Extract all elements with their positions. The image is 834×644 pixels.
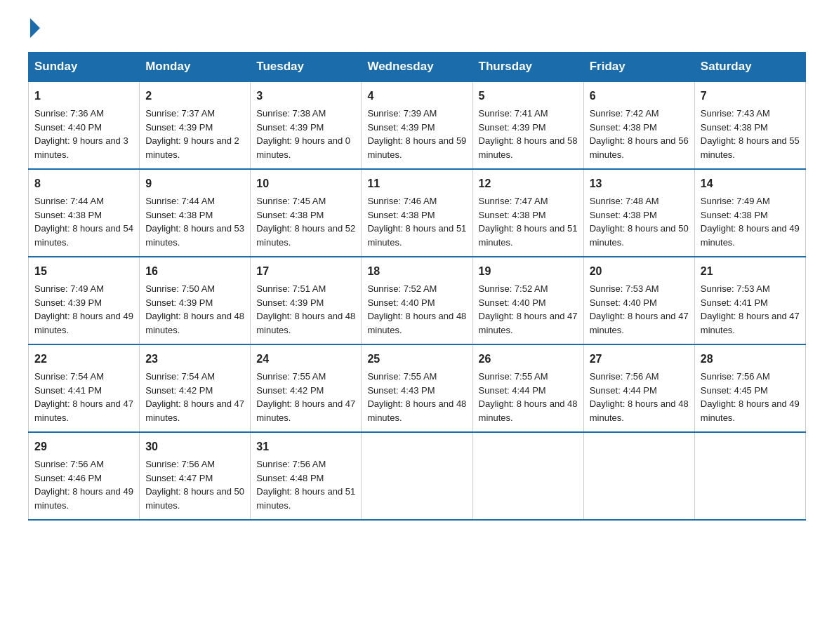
sunset-text: Sunset: 4:39 PM <box>145 297 213 308</box>
sunrise-text: Sunrise: 7:52 AM <box>479 283 548 294</box>
sunset-text: Sunset: 4:38 PM <box>367 210 435 220</box>
day-number: 19 <box>479 263 578 280</box>
daylight-text: Daylight: 8 hours and 48 minutes. <box>367 398 466 423</box>
day-cell: 18Sunrise: 7:52 AMSunset: 4:40 PMDayligh… <box>362 257 472 344</box>
day-cell: 29Sunrise: 7:56 AMSunset: 4:46 PMDayligh… <box>29 432 140 520</box>
week-row-1: 1Sunrise: 7:36 AMSunset: 4:40 PMDaylight… <box>29 81 806 169</box>
sunset-text: Sunset: 4:48 PM <box>256 473 324 483</box>
day-cell: 5Sunrise: 7:41 AMSunset: 4:39 PMDaylight… <box>472 81 583 169</box>
day-number: 9 <box>145 175 244 192</box>
sunset-text: Sunset: 4:39 PM <box>256 122 324 133</box>
daylight-text: Daylight: 8 hours and 56 minutes. <box>590 135 689 160</box>
day-number: 6 <box>590 88 689 105</box>
daylight-text: Daylight: 8 hours and 51 minutes. <box>479 223 578 248</box>
sunrise-text: Sunrise: 7:38 AM <box>256 108 326 119</box>
daylight-text: Daylight: 9 hours and 2 minutes. <box>145 135 239 160</box>
sunrise-text: Sunrise: 7:51 AM <box>256 283 326 294</box>
sunrise-text: Sunrise: 7:37 AM <box>145 108 215 119</box>
day-number: 4 <box>367 88 466 105</box>
day-cell: 2Sunrise: 7:37 AMSunset: 4:39 PMDaylight… <box>140 81 251 169</box>
sunrise-text: Sunrise: 7:47 AM <box>479 196 548 206</box>
day-number: 1 <box>34 88 133 105</box>
day-cell: 3Sunrise: 7:38 AMSunset: 4:39 PMDaylight… <box>251 81 362 169</box>
daylight-text: Daylight: 8 hours and 58 minutes. <box>479 135 578 160</box>
calendar-header: SundayMondayTuesdayWednesdayThursdayFrid… <box>29 53 806 82</box>
daylight-text: Daylight: 8 hours and 49 minutes. <box>701 223 800 248</box>
calendar-table: SundayMondayTuesdayWednesdayThursdayFrid… <box>28 52 806 521</box>
day-number: 8 <box>34 175 133 192</box>
day-cell: 26Sunrise: 7:55 AMSunset: 4:44 PMDayligh… <box>472 344 583 432</box>
day-cell: 20Sunrise: 7:53 AMSunset: 4:40 PMDayligh… <box>583 257 694 344</box>
daylight-text: Daylight: 8 hours and 47 minutes. <box>590 311 689 335</box>
sunset-text: Sunset: 4:41 PM <box>701 297 768 308</box>
logo <box>28 21 40 38</box>
sunset-text: Sunset: 4:47 PM <box>145 473 213 483</box>
day-cell: 19Sunrise: 7:52 AMSunset: 4:40 PMDayligh… <box>472 257 583 344</box>
header-row: SundayMondayTuesdayWednesdayThursdayFrid… <box>29 53 806 82</box>
day-cell: 12Sunrise: 7:47 AMSunset: 4:38 PMDayligh… <box>472 169 583 257</box>
day-number: 15 <box>34 263 133 280</box>
daylight-text: Daylight: 9 hours and 0 minutes. <box>256 135 350 160</box>
week-row-5: 29Sunrise: 7:56 AMSunset: 4:46 PMDayligh… <box>29 432 806 520</box>
sunrise-text: Sunrise: 7:54 AM <box>34 371 104 382</box>
day-cell: 24Sunrise: 7:55 AMSunset: 4:42 PMDayligh… <box>251 344 362 432</box>
day-cell: 16Sunrise: 7:50 AMSunset: 4:39 PMDayligh… <box>140 257 251 344</box>
day-cell: 4Sunrise: 7:39 AMSunset: 4:39 PMDaylight… <box>362 81 472 169</box>
header-cell-friday: Friday <box>583 53 694 82</box>
day-cell: 31Sunrise: 7:56 AMSunset: 4:48 PMDayligh… <box>251 432 362 520</box>
day-number: 11 <box>367 175 466 192</box>
day-cell: 10Sunrise: 7:45 AMSunset: 4:38 PMDayligh… <box>251 169 362 257</box>
day-cell: 17Sunrise: 7:51 AMSunset: 4:39 PMDayligh… <box>251 257 362 344</box>
sunrise-text: Sunrise: 7:53 AM <box>701 283 770 294</box>
sunset-text: Sunset: 4:38 PM <box>590 122 657 133</box>
day-cell: 6Sunrise: 7:42 AMSunset: 4:38 PMDaylight… <box>583 81 694 169</box>
day-number: 26 <box>479 351 578 368</box>
sunset-text: Sunset: 4:39 PM <box>145 122 213 133</box>
daylight-text: Daylight: 8 hours and 51 minutes. <box>367 223 466 248</box>
day-number: 29 <box>34 438 133 455</box>
calendar-body: 1Sunrise: 7:36 AMSunset: 4:40 PMDaylight… <box>29 81 806 520</box>
sunset-text: Sunset: 4:39 PM <box>367 122 435 133</box>
sunset-text: Sunset: 4:38 PM <box>479 210 546 220</box>
sunrise-text: Sunrise: 7:45 AM <box>256 196 326 206</box>
page-header <box>28 21 806 38</box>
header-cell-monday: Monday <box>140 53 251 82</box>
sunset-text: Sunset: 4:38 PM <box>34 210 102 220</box>
daylight-text: Daylight: 8 hours and 59 minutes. <box>367 135 466 160</box>
sunrise-text: Sunrise: 7:56 AM <box>701 371 770 382</box>
sunset-text: Sunset: 4:38 PM <box>701 122 768 133</box>
day-cell: 13Sunrise: 7:48 AMSunset: 4:38 PMDayligh… <box>583 169 694 257</box>
day-cell: 25Sunrise: 7:55 AMSunset: 4:43 PMDayligh… <box>362 344 472 432</box>
day-number: 5 <box>479 88 578 105</box>
header-cell-thursday: Thursday <box>472 53 583 82</box>
sunset-text: Sunset: 4:40 PM <box>34 122 102 133</box>
sunset-text: Sunset: 4:38 PM <box>145 210 213 220</box>
day-number: 2 <box>145 88 244 105</box>
daylight-text: Daylight: 8 hours and 48 minutes. <box>590 398 689 423</box>
sunset-text: Sunset: 4:42 PM <box>145 385 213 396</box>
sunset-text: Sunset: 4:38 PM <box>590 210 657 220</box>
day-number: 3 <box>256 88 355 105</box>
day-cell: 27Sunrise: 7:56 AMSunset: 4:44 PMDayligh… <box>583 344 694 432</box>
header-cell-wednesday: Wednesday <box>362 53 472 82</box>
day-number: 18 <box>367 263 466 280</box>
header-cell-saturday: Saturday <box>694 53 805 82</box>
daylight-text: Daylight: 8 hours and 48 minutes. <box>367 311 466 335</box>
day-number: 14 <box>701 175 800 192</box>
sunrise-text: Sunrise: 7:56 AM <box>34 459 104 469</box>
day-number: 7 <box>701 88 800 105</box>
daylight-text: Daylight: 8 hours and 47 minutes. <box>34 398 133 423</box>
daylight-text: Daylight: 8 hours and 47 minutes. <box>479 311 578 335</box>
day-cell: 30Sunrise: 7:56 AMSunset: 4:47 PMDayligh… <box>140 432 251 520</box>
sunset-text: Sunset: 4:44 PM <box>590 385 657 396</box>
sunset-text: Sunset: 4:38 PM <box>256 210 324 220</box>
day-number: 16 <box>145 263 244 280</box>
day-cell: 14Sunrise: 7:49 AMSunset: 4:38 PMDayligh… <box>694 169 805 257</box>
sunset-text: Sunset: 4:40 PM <box>590 297 657 308</box>
sunrise-text: Sunrise: 7:46 AM <box>367 196 437 206</box>
day-cell: 9Sunrise: 7:44 AMSunset: 4:38 PMDaylight… <box>140 169 251 257</box>
sunrise-text: Sunrise: 7:56 AM <box>256 459 326 469</box>
daylight-text: Daylight: 9 hours and 3 minutes. <box>34 135 128 160</box>
sunrise-text: Sunrise: 7:50 AM <box>145 283 215 294</box>
day-number: 25 <box>367 351 466 368</box>
